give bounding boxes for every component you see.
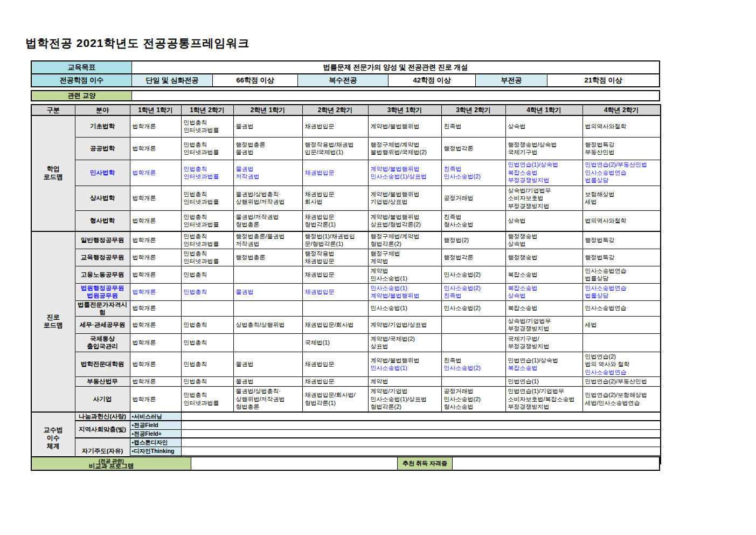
pedagogy-field-label: 지역사회맞춤(빛) (75, 421, 130, 438)
table-row: 국제통상출입국관리법학개론민법총칙국제법(1)계약법/국제법(2)상표법국제기구… (31, 333, 661, 352)
course-cell: 물권법/상법총칙·상행위법/저작권법형법총론 (233, 386, 302, 412)
table-row: 학업로드맵기초법학법학개론민법총칙인터넷과법률물권법채권법입문계약법/불법행위법… (31, 115, 661, 137)
course-cell: 법학개론 (130, 266, 181, 283)
course-cell: 복잡소송법 (505, 300, 582, 316)
course-cell: 채권법입문회사법 (302, 186, 368, 211)
field-label: 법원행정공무원법원공무원 (75, 283, 130, 300)
course-cell: 민법연습(2)법의 역사와 철학민사소송법연습 (582, 352, 661, 377)
table-header-row: 구분분야1학년 1학기1학년 2학기2학년 1학기2학년 2학기3학년 1학기3… (31, 105, 661, 115)
pedagogy-item: ▪전공Field+ (130, 429, 181, 438)
course-cell: 계약법 (368, 377, 441, 387)
pedagogy-field-label: 나눔과헌신(사랑) (75, 412, 130, 421)
course-cell (233, 300, 302, 316)
course-cell: 상속법/기업법무소비자보호법부정경쟁방지법 (505, 186, 582, 211)
course-cell: 법의역사와철학 (582, 211, 661, 231)
course-cell: 계약법/불법행위법 (368, 115, 441, 137)
field-label: 형사법학 (75, 211, 130, 231)
course-cell: 민법총칙 (181, 377, 233, 387)
course-cell (441, 377, 505, 387)
course-cell: 행정법특강 (582, 249, 661, 266)
field-label: 국제통상출입국관리 (75, 333, 130, 352)
field-label: 공공법학 (75, 137, 130, 160)
course-cell: 법학개론 (130, 386, 181, 412)
header-box: 교육목표 법률문제 전문가의 양성 및 전공관련 진로 개설 전공학점 이수 단… (31, 60, 660, 87)
course-cell (441, 333, 505, 352)
group-label: 진로로드맵 (31, 231, 75, 413)
course-cell: 법학개론 (130, 249, 181, 266)
course-cell: 채권법입문 (302, 283, 368, 300)
course-cell: 법학개론 (130, 283, 181, 300)
course-cell: 민사소송법연습법률상담 (582, 283, 661, 300)
course-cell: 민사소송법(2) (441, 266, 505, 283)
course-cell: 행정법총론물권법 (233, 137, 302, 160)
course-cell: 민법총칙인터넷과법률 (181, 249, 233, 266)
course-cell: 민법총칙 (181, 316, 233, 333)
course-cell: 친족법형사소송법 (441, 211, 505, 231)
course-cell: 행정작용법채권법입문 (302, 249, 368, 266)
course-cell: 민사소송법(1) (368, 300, 441, 316)
course-cell: 채권법입문 (302, 352, 368, 377)
course-cell: 국제기구법/부정경쟁방지법 (505, 333, 582, 352)
course-cell: 계약법민사소송법(1) (368, 266, 441, 283)
course-cell: 법학개론 (130, 316, 181, 333)
course-cell: 행정법총론 (233, 249, 302, 266)
table-row: 상사법학법학개론민법총칙인터넷과법률물권법/상법총칙·상행위법/저작권법채권법입… (31, 186, 661, 211)
table-row: 진로로드맵일반행정공무원법학개론민법총칙인터넷과법률행정법총론/물권법저작권법행… (31, 231, 661, 249)
course-cell: 민법연습(2)/부동산민법민사소송법연습법률상담 (582, 160, 661, 186)
course-cell: 행정구제법계약법 (368, 249, 441, 266)
col-header-4: 2학년 1학기 (233, 105, 302, 115)
recommended-certificates-label: 추천 취득 자격증 (397, 457, 453, 470)
col-header-8: 4학년 1학기 (505, 105, 582, 115)
field-label: 교육행정공무원 (75, 249, 130, 266)
course-cell: 행정법(2) (441, 231, 505, 249)
field-label: 법률전문가자격시험 (75, 300, 130, 316)
course-cell: 행정법특강부동산민법 (582, 137, 661, 160)
course-cell: 행정법(1)/채권법입문/형법각론(1) (302, 231, 368, 249)
curriculum-table: 구분분야1학년 1학기1학년 2학기2학년 1학기2학년 2학기3학년 1학기3… (31, 104, 661, 464)
course-cell: 법학개론 (130, 352, 181, 377)
course-cell: 계약법/불법행위법민사소송법(1) (368, 352, 441, 377)
col-header-3: 1학년 2학기 (181, 105, 233, 115)
pedagogy-row: 교수법이수체계나눔과헌신(사랑)▪서비스러닝 (31, 412, 661, 421)
course-cell: 민법연습(1) (505, 377, 582, 387)
credit-type-single: 단일 및 심화전공 (131, 74, 212, 86)
table-row: 부동산법무법학개론민법총칙물권법채권법입문계약법민법연습(1)민법연습(2)/부… (31, 377, 661, 387)
course-cell: 행정쟁송법 (505, 249, 582, 266)
course-cell: 법학개론 (130, 186, 181, 211)
course-cell: 민법연습(1)/기업법무소비자보호법/복잡소송법부정경쟁방지법 (505, 386, 582, 412)
course-cell: 민법총칙 (181, 352, 233, 377)
footer-box: (전공 관련) 비교과 프로그램 추천 취득 자격증 (31, 456, 660, 471)
course-cell: 보험해상법세법 (582, 186, 661, 211)
course-cell: 민법총칙인터넷과법률 (181, 231, 233, 249)
table-row: 교육행정공무원법학개론민법총칙인터넷과법률행정법총론행정작용법채권법입문행정구제… (31, 249, 661, 266)
course-cell: 친족법 (441, 115, 505, 137)
course-cell: 상속법 (505, 211, 582, 231)
course-cell: 행정쟁송법/상속법국제기구법 (505, 137, 582, 160)
course-cell: 물권법 (233, 115, 302, 137)
course-cell: 법학개론 (130, 231, 181, 249)
course-cell: 복잡소송법 (505, 266, 582, 283)
course-cell: 민사소송법(2) (441, 300, 505, 316)
course-cell: 채권법입문 (302, 266, 368, 283)
course-cell: 법학개론 (130, 300, 181, 316)
liberal-arts-box: 관련 교양 (31, 90, 660, 101)
course-cell (233, 333, 302, 352)
table-row: 고용노동공무원법학개론민법총칙채권법입문계약법민사소송법(1)민사소송법(2)복… (31, 266, 661, 283)
field-label: 기초법학 (75, 115, 130, 137)
col-header-9: 4학년 2학기 (582, 105, 661, 115)
education-goal-row: 교육목표 법률문제 전문가의 양성 및 전공관련 진로 개설 (32, 61, 659, 73)
course-cell: 물권법 (233, 377, 302, 387)
pedagogy-empty-cell (181, 438, 661, 447)
course-cell: 계약법/국제법(2)상표법 (368, 333, 441, 352)
course-cell: 행정구제법/계약법형법각론(2) (368, 231, 441, 249)
course-cell: 계약법/불법행위법기업법/상표법 (368, 186, 441, 211)
course-cell: 민법총칙 (181, 266, 233, 283)
course-cell: 물권법/저작권법형법총론 (233, 211, 302, 231)
course-cell: 친족법민사소송법(2) (441, 160, 505, 186)
group-label: 학업로드맵 (31, 115, 75, 231)
course-cell: 법의역사와철학 (582, 115, 661, 137)
field-label: 일반행정공무원 (75, 231, 130, 249)
pedagogy-empty-cell (181, 429, 661, 438)
table-row: 세무·관세공무원법학개론민법총칙상법총칙/상행위법채권법입문/회사법계약법/기업… (31, 316, 661, 333)
field-label: 부동산법무 (75, 377, 130, 387)
